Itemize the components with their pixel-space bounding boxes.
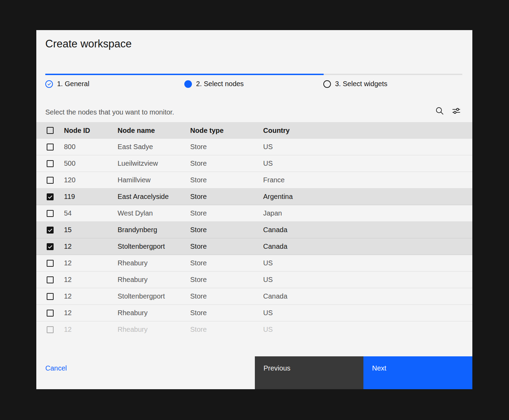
cell-country: US (263, 143, 472, 151)
row-checkbox[interactable] (47, 160, 54, 167)
cell-node-name: West Dylan (118, 209, 190, 217)
cell-node-name: Rheabury (118, 276, 190, 284)
cell-node-type: Store (190, 176, 263, 184)
row-checkbox[interactable] (47, 193, 54, 200)
modal-title: Create workspace (45, 38, 132, 50)
table-row[interactable]: 12 Rheabury Store US (36, 255, 472, 272)
cell-country: Argentina (263, 193, 472, 201)
cell-node-type: Store (190, 276, 263, 284)
column-header-node-type: Node type (190, 127, 263, 135)
cell-node-id: 12 (64, 276, 118, 284)
step-select-nodes[interactable]: 2. Select nodes (184, 80, 323, 88)
search-icon (435, 106, 444, 116)
progress-track (45, 74, 462, 75)
row-checkbox[interactable] (47, 243, 54, 250)
table-row[interactable]: 12 Stoltenbergport Store Canada (36, 238, 472, 255)
cancel-button[interactable]: Cancel (45, 364, 67, 372)
cell-node-type: Store (190, 243, 263, 250)
table-row[interactable]: 500 Lueilwitzview Store US (36, 155, 472, 172)
cell-node-name: Lueilwitzview (118, 159, 190, 167)
cell-country: US (263, 259, 472, 267)
next-button[interactable]: Next (363, 356, 472, 389)
table-row[interactable]: 15 Brandynberg Store Canada (36, 222, 472, 238)
step-label: 1. General (57, 80, 89, 88)
table-body: 800 East Sadye Store US 500 Lueilwitzvie… (36, 139, 472, 338)
row-checkbox-cell (36, 243, 64, 250)
step-general[interactable]: 1. General (45, 80, 184, 88)
row-checkbox-cell (36, 210, 64, 217)
cell-country: Canada (263, 226, 472, 234)
settings-adjust-button[interactable] (450, 105, 462, 117)
cell-node-type: Store (190, 292, 263, 300)
cell-node-id: 12 (64, 326, 118, 334)
row-checkbox-cell (36, 144, 64, 150)
cell-node-id: 12 (64, 259, 118, 267)
row-checkbox[interactable] (47, 276, 54, 283)
row-checkbox-cell (36, 310, 64, 317)
cell-node-type: Store (190, 143, 263, 151)
cell-node-name: East Aracelyside (118, 193, 190, 201)
cell-node-id: 800 (64, 143, 118, 151)
cell-node-type: Store (190, 259, 263, 267)
step-select-widgets[interactable]: 3. Select widgets (323, 80, 462, 88)
previous-button[interactable]: Previous (255, 356, 363, 389)
cell-node-name: Brandynberg (118, 226, 190, 234)
column-header-node-id: Node ID (64, 127, 118, 135)
table-row[interactable]: 120 Hamillview Store France (36, 172, 472, 189)
nodes-table: Node ID Node name Node type Country 800 … (36, 122, 472, 338)
cell-node-type: Store (190, 309, 263, 317)
cell-node-type: Store (190, 226, 263, 234)
cell-node-type: Store (190, 326, 263, 334)
cell-node-id: 120 (64, 176, 118, 184)
cell-node-id: 12 (64, 292, 118, 300)
create-workspace-modal: Create workspace 1. General 2. Select no… (36, 30, 472, 389)
table-row[interactable]: 119 East Aracelyside Store Argentina (36, 189, 472, 205)
table-toolbar (434, 105, 462, 117)
row-checkbox[interactable] (47, 227, 54, 234)
step-current-dot-icon (184, 80, 192, 88)
cell-node-name: East Sadye (118, 143, 190, 151)
column-header-node-name: Node name (118, 127, 190, 135)
step-label: 2. Select nodes (196, 80, 244, 88)
table-row[interactable]: 54 West Dylan Store Japan (36, 205, 472, 222)
table-row[interactable]: 800 East Sadye Store US (36, 139, 472, 155)
row-checkbox[interactable] (47, 260, 54, 267)
header-checkbox-cell (36, 127, 64, 134)
cell-country: Japan (263, 209, 472, 217)
search-button[interactable] (434, 105, 445, 117)
row-checkbox[interactable] (47, 326, 54, 333)
row-checkbox[interactable] (47, 210, 54, 217)
row-checkbox-cell (36, 160, 64, 167)
row-checkbox[interactable] (47, 293, 54, 300)
row-checkbox-cell (36, 260, 64, 267)
cell-node-name: Hamillview (118, 176, 190, 184)
table-row[interactable]: 12 Rheabury Store US (36, 321, 472, 338)
cell-node-name: Rheabury (118, 259, 190, 267)
table-row[interactable]: 12 Rheabury Store US (36, 305, 472, 321)
cell-node-id: 12 (64, 309, 118, 317)
cell-node-name: Rheabury (118, 326, 190, 334)
cell-node-type: Store (190, 209, 263, 217)
step-complete-check-icon (45, 80, 53, 88)
row-checkbox[interactable] (47, 310, 54, 317)
table-instruction: Select the nodes that you want to monito… (45, 108, 174, 116)
cell-country: US (263, 159, 472, 167)
table-row[interactable]: 12 Stoltenbergport Store Canada (36, 288, 472, 305)
cell-country: US (263, 309, 472, 317)
table-row[interactable]: 12 Rheabury Store US (36, 272, 472, 288)
cell-node-name: Stoltenbergport (118, 292, 190, 300)
row-checkbox[interactable] (47, 144, 54, 150)
cell-country: Canada (263, 292, 472, 300)
row-checkbox-cell (36, 227, 64, 234)
cell-node-id: 15 (64, 226, 118, 234)
row-checkbox-cell (36, 276, 64, 283)
progress-fill (45, 74, 324, 75)
row-checkbox-cell (36, 293, 64, 300)
row-checkbox-cell (36, 326, 64, 333)
cell-node-id: 500 (64, 159, 118, 167)
settings-adjust-icon (452, 106, 461, 116)
row-checkbox[interactable] (47, 177, 54, 184)
row-checkbox-cell (36, 193, 64, 200)
select-all-checkbox[interactable] (47, 127, 54, 134)
cell-country: US (263, 326, 472, 334)
